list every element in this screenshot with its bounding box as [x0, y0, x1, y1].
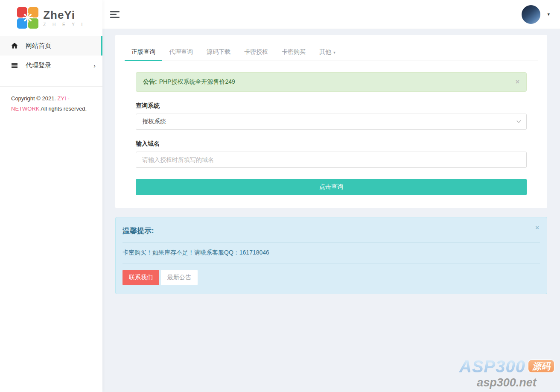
logo-grid-icon: ❋ [17, 7, 38, 29]
tab-other[interactable]: 其他▾ [312, 44, 342, 61]
sidebar-item-agent-login[interactable]: 代理登录 › [0, 56, 102, 75]
chevron-right-icon: › [93, 62, 96, 69]
tab-bar: 正版查询 代理查询 源码下载 卡密授权 卡密购买 其他▾ [125, 44, 538, 61]
divider [122, 242, 540, 243]
copyright: Copyright © 2021. ZYI - NETWORK All righ… [0, 87, 102, 121]
caret-down-icon[interactable]: ▾ [547, 12, 550, 17]
system-select[interactable]: 授权系统 [136, 114, 527, 130]
tip-title: 温馨提示: [122, 226, 540, 236]
domain-input-label: 输入域名 [136, 140, 527, 148]
announcement-text: PHP授权系统全开源售价249 [159, 78, 235, 86]
system-select-label: 查询系统 [136, 102, 527, 110]
tip-message: 卡密购买！如果库存不足！请联系客服QQ：161718046 [122, 249, 540, 257]
query-card: 正版查询 代理查询 源码下载 卡密授权 卡密购买 其他▾ 公告: PHP授权系统… [115, 35, 547, 208]
tab-agent-query[interactable]: 代理查询 [162, 44, 200, 61]
query-submit-button[interactable]: 点击查询 [136, 179, 527, 195]
caret-down-icon: ▾ [333, 50, 335, 55]
domain-input[interactable] [136, 152, 527, 168]
announcement-alert: 公告: PHP授权系统全开源售价249 × [136, 72, 527, 92]
logo-star-icon: ❋ [17, 7, 38, 29]
divider [122, 263, 540, 263]
announcement-label: 公告: [143, 78, 157, 86]
sidebar-toggle-icon[interactable] [110, 11, 120, 18]
logo[interactable]: ❋ ZheYi Z H E Y I [0, 0, 102, 36]
main-column: ▾ 正版查询 代理查询 源码下载 卡密授权 卡密购买 其他▾ 公告: PHP授权… [102, 0, 560, 392]
logo-title: ZheYi [43, 9, 85, 20]
avatar[interactable] [522, 5, 540, 24]
sidebar-menu: 网站首页 代理登录 › [0, 36, 102, 75]
top-header: ▾ [102, 0, 560, 29]
active-indicator [101, 36, 102, 56]
tab-source-download[interactable]: 源码下载 [200, 44, 237, 61]
sidebar-item-label: 网站首页 [26, 42, 51, 50]
latest-news-button[interactable]: 最新公告 [161, 270, 198, 285]
chevron-down-icon [517, 118, 521, 123]
contact-us-button[interactable]: 联系我们 [122, 270, 159, 285]
logo-subtitle: Z H E Y I [43, 22, 85, 27]
content-area: 正版查询 代理查询 源码下载 卡密授权 卡密购买 其他▾ 公告: PHP授权系统… [102, 29, 560, 392]
system-select-value: 授权系统 [142, 118, 166, 126]
tab-card-authorize[interactable]: 卡密授权 [237, 44, 275, 61]
close-icon[interactable]: × [535, 224, 539, 231]
sidebar-item-home[interactable]: 网站首页 [0, 36, 102, 56]
copyright-prefix: Copyright © 2021. [11, 95, 58, 102]
tab-content: 公告: PHP授权系统全开源售价249 × 查询系统 授权系统 输入域名 点击查… [125, 61, 538, 195]
sidebar-item-label: 代理登录 [26, 61, 51, 70]
sidebar: ❋ ZheYi Z H E Y I 网站首页 [0, 0, 102, 392]
logo-text: ZheYi Z H E Y I [43, 9, 85, 27]
header-right: ▾ [522, 5, 550, 24]
close-icon[interactable]: × [516, 79, 519, 85]
tip-buttons: 联系我们 最新公告 [122, 270, 540, 285]
app-layout: ❋ ZheYi Z H E Y I 网站首页 [0, 0, 560, 392]
tip-panel: × 温馨提示: 卡密购买！如果库存不足！请联系客服QQ：161718046 联系… [115, 217, 547, 294]
list-icon [11, 62, 19, 69]
home-icon [11, 42, 19, 49]
copyright-suffix: All rights reserved. [39, 105, 87, 112]
tab-genuine-query[interactable]: 正版查询 [125, 44, 162, 61]
tab-card-purchase[interactable]: 卡密购买 [275, 44, 312, 61]
